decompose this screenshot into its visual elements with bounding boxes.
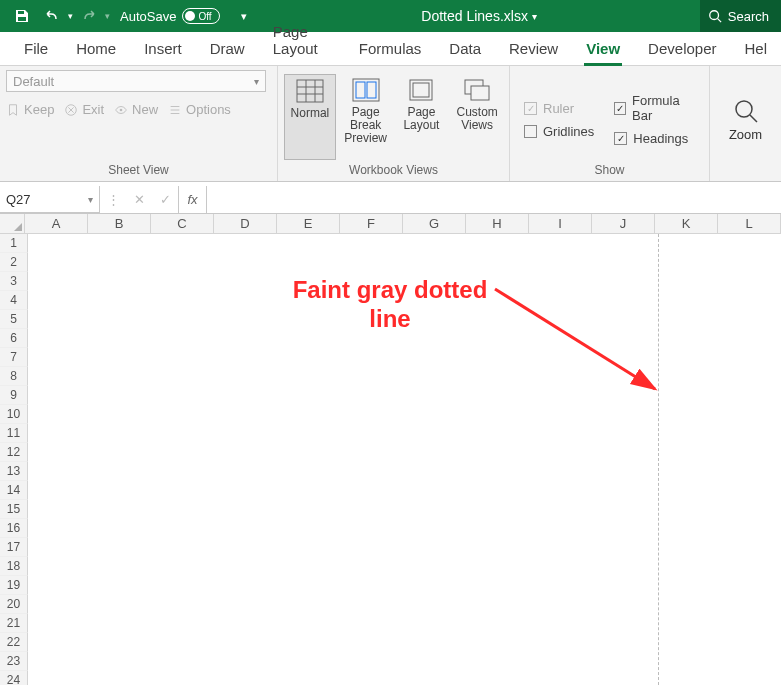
tab-home[interactable]: Home <box>62 32 130 65</box>
titlebar-search[interactable]: Search <box>700 0 781 32</box>
tab-draw[interactable]: Draw <box>196 32 259 65</box>
headings-checkbox-row[interactable]: ✓ Headings <box>614 131 695 146</box>
search-label: Search <box>728 9 769 24</box>
row-header[interactable]: 7 <box>0 348 28 367</box>
svg-point-0 <box>710 11 719 20</box>
custom-views-button[interactable]: Custom Views <box>451 74 503 160</box>
autosave-label: AutoSave <box>120 9 176 24</box>
row-header[interactable]: 1 <box>0 234 28 253</box>
column-header[interactable]: L <box>718 214 781 233</box>
formula-bar-checkbox[interactable]: ✓ <box>614 102 626 115</box>
row-header[interactable]: 16 <box>0 519 28 538</box>
save-icon[interactable] <box>8 2 36 30</box>
row-header[interactable]: 15 <box>0 500 28 519</box>
row-header[interactable]: 2 <box>0 253 28 272</box>
tab-insert[interactable]: Insert <box>130 32 196 65</box>
titlebar-left: ▾ ▾ AutoSave Off ▾ <box>0 2 258 30</box>
tab-hel[interactable]: Hel <box>730 32 781 65</box>
row-header[interactable]: 10 <box>0 405 28 424</box>
name-box[interactable]: Q27 ▾ <box>0 186 100 213</box>
column-header[interactable]: C <box>151 214 214 233</box>
zoom-label: Zoom <box>729 127 762 142</box>
formula-input[interactable] <box>207 186 781 213</box>
page-layout-button[interactable]: Page Layout <box>396 74 448 160</box>
group-sheet-view: Default ▾ Keep Exit New Options <box>0 66 278 181</box>
tab-data[interactable]: Data <box>435 32 495 65</box>
row-header[interactable]: 13 <box>0 462 28 481</box>
tab-view[interactable]: View <box>572 32 634 65</box>
column-header[interactable]: J <box>592 214 655 233</box>
gridlines-checkbox[interactable] <box>524 125 537 138</box>
row-header[interactable]: 18 <box>0 557 28 576</box>
column-header[interactable]: A <box>25 214 88 233</box>
fx-icon[interactable]: fx <box>179 186 207 213</box>
headings-checkbox[interactable]: ✓ <box>614 132 627 145</box>
column-header[interactable]: F <box>340 214 403 233</box>
row-header[interactable]: 9 <box>0 386 28 405</box>
row-header[interactable]: 17 <box>0 538 28 557</box>
row-header[interactable]: 3 <box>0 272 28 291</box>
formula-bar-row: Q27 ▾ ⋮ ✕ ✓ fx <box>0 186 781 214</box>
undo-dropdown-icon[interactable]: ▾ <box>68 11 73 21</box>
tab-formulas[interactable]: Formulas <box>345 32 436 65</box>
row-header[interactable]: 6 <box>0 329 28 348</box>
sheet-view-dropdown[interactable]: Default ▾ <box>6 70 266 92</box>
chevron-down-icon: ▾ <box>254 76 259 87</box>
column-header[interactable]: K <box>655 214 718 233</box>
row-header[interactable]: 5 <box>0 310 28 329</box>
fx-enter-icon: ✓ <box>152 192 178 207</box>
page-break-preview-button[interactable]: Page Break Preview <box>340 74 392 160</box>
row-header[interactable]: 21 <box>0 614 28 633</box>
normal-view-button[interactable]: Normal <box>284 74 336 160</box>
row-header[interactable]: 4 <box>0 291 28 310</box>
formula-bar-checkbox-row[interactable]: ✓ Formula Bar <box>614 93 695 123</box>
svg-point-3 <box>120 108 123 111</box>
toggle-state: Off <box>198 11 211 22</box>
row-header[interactable]: 12 <box>0 443 28 462</box>
tab-developer[interactable]: Developer <box>634 32 730 65</box>
tab-file[interactable]: File <box>10 32 62 65</box>
column-header[interactable]: B <box>88 214 151 233</box>
column-header[interactable]: E <box>277 214 340 233</box>
column-header[interactable]: I <box>529 214 592 233</box>
ruler-label: Ruler <box>543 101 574 116</box>
row-header[interactable]: 8 <box>0 367 28 386</box>
autosave-toggle[interactable]: AutoSave Off <box>120 8 220 24</box>
column-header[interactable]: G <box>403 214 466 233</box>
select-all-corner[interactable] <box>0 214 25 233</box>
toggle-knob <box>185 11 195 21</box>
redo-icon[interactable] <box>75 2 103 30</box>
row-header[interactable]: 19 <box>0 576 28 595</box>
gridlines-checkbox-row[interactable]: Gridlines <box>524 124 594 139</box>
exit-button: Exit <box>64 102 104 117</box>
row-header[interactable]: 14 <box>0 481 28 500</box>
row-header[interactable]: 11 <box>0 424 28 443</box>
group-show: ✓ Ruler Gridlines ✓ Formula Bar ✓ Headin… <box>510 66 710 181</box>
column-headers: ABCDEFGHIJKL <box>0 214 781 234</box>
tab-review[interactable]: Review <box>495 32 572 65</box>
formula-bar-label: Formula Bar <box>632 93 695 123</box>
fx-expand-icon[interactable]: ⋮ <box>100 192 126 207</box>
bookmark-icon <box>6 103 20 117</box>
svg-rect-10 <box>356 82 365 98</box>
row-header[interactable]: 24 <box>0 671 28 685</box>
column-header[interactable]: H <box>466 214 529 233</box>
row-header[interactable]: 20 <box>0 595 28 614</box>
zoom-icon <box>732 97 760 125</box>
zoom-button[interactable]: Zoom <box>718 91 774 142</box>
toggle-switch[interactable]: Off <box>182 8 220 24</box>
row-header[interactable]: 23 <box>0 652 28 671</box>
svg-line-1 <box>717 19 721 23</box>
undo-icon[interactable] <box>38 2 66 30</box>
keep-button: Keep <box>6 102 54 117</box>
column-header[interactable]: D <box>214 214 277 233</box>
page-layout-icon <box>407 78 435 102</box>
name-box-dropdown-icon[interactable]: ▾ <box>88 194 93 205</box>
qat-overflow-icon[interactable]: ▾ <box>230 2 258 30</box>
ruler-checkbox-row: ✓ Ruler <box>524 101 594 116</box>
svg-rect-4 <box>297 80 323 102</box>
new-button: New <box>114 102 158 117</box>
tab-page-layout[interactable]: Page Layout <box>259 15 345 65</box>
spreadsheet-grid[interactable]: ABCDEFGHIJKL 123456789101112131415161718… <box>0 214 781 685</box>
row-header[interactable]: 22 <box>0 633 28 652</box>
